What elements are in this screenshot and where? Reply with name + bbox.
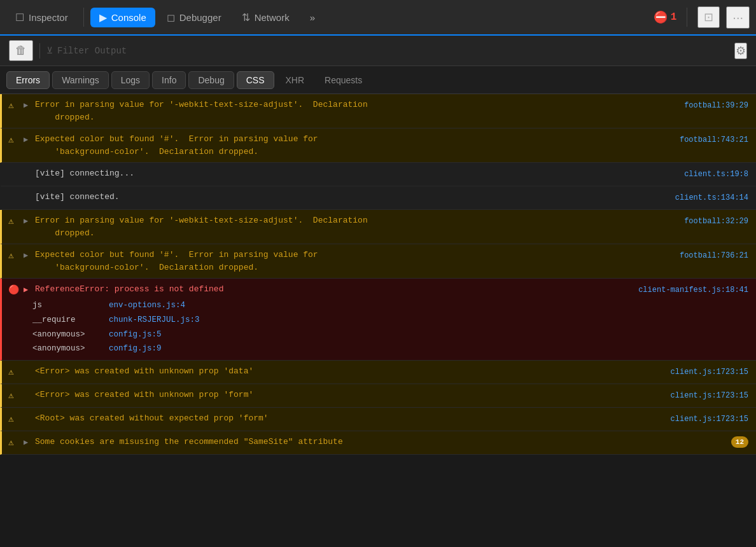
row-content-6: Expected color but found '#'. Error in p… xyxy=(35,249,673,274)
row-source-5[interactable]: football:32:29 xyxy=(684,216,748,227)
row-content-11: Some cookies are misusing the recommende… xyxy=(35,436,748,448)
row-text-1: Error in parsing value for '-webkit-text… xyxy=(35,100,368,122)
error-count-badge: ⛔ 1 xyxy=(654,10,677,24)
filter-input[interactable] xyxy=(57,46,728,56)
no-arrow-8: · xyxy=(24,366,32,378)
clear-console-button[interactable]: 🗑 xyxy=(9,40,33,61)
expand-arrow-6[interactable]: ▶ xyxy=(24,250,32,261)
trash-icon: 🗑 xyxy=(15,44,27,57)
console-row-1: ⚠ ▶ Error in parsing value for '-webkit-… xyxy=(0,94,756,128)
row-text-2: Expected color but found '#'. Error in p… xyxy=(35,134,318,156)
no-arrow-10: · xyxy=(24,413,32,425)
row-source-1[interactable]: football:39:29 xyxy=(684,100,748,111)
warning-icon-11: ⚠ xyxy=(8,436,21,450)
settings-icon: ⚙ xyxy=(736,45,746,57)
tab-warnings[interactable]: Warnings xyxy=(52,71,109,89)
row-content-10: <Root> was created without expected prop… xyxy=(35,412,664,425)
no-arrow-3: · xyxy=(24,169,32,180)
console-output: ⚠ ▶ Error in parsing value for '-webkit-… xyxy=(0,94,756,547)
row-source-8[interactable]: client.js:1723:15 xyxy=(671,366,748,378)
tab-debug[interactable]: Debug xyxy=(188,71,234,89)
network-icon: ⇅ xyxy=(242,11,250,24)
stack-file-1[interactable]: env-options.js:4 xyxy=(109,300,185,312)
console-row-4: · · [vite] connected. client.ts:134:14 xyxy=(0,186,756,210)
stack-file-3[interactable]: config.js:5 xyxy=(109,329,162,341)
row-source-10[interactable]: client.js:1723:15 xyxy=(671,413,748,425)
console-row-7: 🔴 ▶ ReferenceError: process is not defin… xyxy=(0,279,756,361)
debugger-button[interactable]: ◻ Debugger xyxy=(158,8,230,27)
toolbar: ☐ Inspector ▶ Console ◻ Debugger ⇅ Netwo… xyxy=(0,0,756,36)
console-row-5: ⚠ ▶ Error in parsing value for '-webkit-… xyxy=(0,210,756,244)
stack-row-3: <anonymous> config.js:5 xyxy=(32,328,748,342)
console-row-11: ⚠ ▶ Some cookies are misusing the recomm… xyxy=(0,431,756,455)
filter-bar: 🗑 ⊻ ⚙ xyxy=(0,36,756,66)
tab-xhr[interactable]: XHR xyxy=(277,72,314,88)
expand-arrow-11[interactable]: ▶ xyxy=(24,437,32,448)
stack-fn-3: <anonymous> xyxy=(32,329,102,341)
row-content-9: <Error> was created with unknown prop 'f… xyxy=(35,389,664,401)
row-source-7[interactable]: client-manifest.js:18:41 xyxy=(638,284,748,296)
row-content-2: Expected color but found '#'. Error in p… xyxy=(35,133,673,158)
row-source-4[interactable]: client.ts:134:14 xyxy=(675,192,748,204)
stack-file-4[interactable]: config.js:9 xyxy=(109,343,162,355)
row-content-8: <Error> was created with unknown prop 'd… xyxy=(35,365,664,378)
stack-fn-2: __require xyxy=(32,314,102,326)
console-row-6: ⚠ ▶ Expected color but found '#'. Error … xyxy=(0,244,756,279)
stack-file-2[interactable]: chunk-RSJERJUL.js:3 xyxy=(109,314,200,326)
tab-css[interactable]: CSS xyxy=(237,71,274,89)
expand-arrow-1[interactable]: ▶ xyxy=(24,100,32,111)
row-text-4: [vite] connected. xyxy=(35,192,120,202)
cookie-count-badge: 12 xyxy=(731,436,748,448)
row-text-10: <Root> was created without expected prop… xyxy=(35,413,269,423)
row-content-1: Error in parsing value for '-webkit-text… xyxy=(35,99,678,123)
stack-fn-1: js xyxy=(32,300,102,312)
tab-info[interactable]: Info xyxy=(152,71,186,89)
stack-fn-4: <anonymous> xyxy=(32,343,102,355)
no-arrow-9: · xyxy=(24,390,32,401)
inspector-button[interactable]: ☐ Inspector xyxy=(6,8,77,27)
console-row-8: ⚠ · <Error> was created with unknown pro… xyxy=(0,361,756,384)
console-settings-button[interactable]: ⚙ xyxy=(734,43,747,59)
row-source-9[interactable]: client.js:1723:15 xyxy=(671,390,748,401)
info-icon-4: · xyxy=(8,191,21,205)
row-source-6[interactable]: football:736:21 xyxy=(680,250,748,261)
inspector-label: Inspector xyxy=(29,12,68,23)
overflow-icon: ··· xyxy=(732,10,743,24)
console-row-9: ⚠ · <Error> was created with unknown pro… xyxy=(0,384,756,408)
console-icon: ▶ xyxy=(99,11,107,24)
row-text-3: [vite] connecting... xyxy=(35,169,134,178)
warning-icon-8: ⚠ xyxy=(8,366,21,379)
warning-icon-9: ⚠ xyxy=(8,389,21,403)
console-row-3: · · [vite] connecting... client.ts:19:8 xyxy=(0,163,756,186)
row-text-6: Expected color but found '#'. Error in p… xyxy=(35,250,318,272)
console-button[interactable]: ▶ Console xyxy=(90,8,155,27)
expand-arrow-5[interactable]: ▶ xyxy=(24,216,32,227)
expand-arrow-7[interactable]: ▶ xyxy=(24,284,32,296)
row-source-2[interactable]: football:743:21 xyxy=(680,134,748,146)
responsive-icon: ⊡ xyxy=(704,11,713,24)
responsive-button[interactable]: ⊡ xyxy=(697,6,720,28)
warning-icon-5: ⚠ xyxy=(8,215,21,228)
filter-icon: ⊻ xyxy=(46,45,53,56)
inspector-icon: ☐ xyxy=(15,11,24,24)
more-tools-button[interactable]: » xyxy=(301,8,324,27)
expand-arrow-2[interactable]: ▶ xyxy=(24,134,32,146)
console-row-2: ⚠ ▶ Expected color but found '#'. Error … xyxy=(0,128,756,163)
filter-separator xyxy=(39,43,40,59)
stack-row-2: __require chunk-RSJERJUL.js:3 xyxy=(32,313,748,328)
error-count: 1 xyxy=(671,11,677,23)
overflow-menu-button[interactable]: ··· xyxy=(726,6,750,29)
tab-requests[interactable]: Requests xyxy=(316,72,371,88)
no-arrow-4: · xyxy=(24,192,32,204)
error-row-header: 🔴 ▶ ReferenceError: process is not defin… xyxy=(8,283,748,297)
stack-trace-7: js env-options.js:4 __require chunk-RSJE… xyxy=(8,298,748,356)
network-button[interactable]: ⇅ Network xyxy=(233,8,298,27)
toolbar-right: ⛔ 1 ⊡ ··· xyxy=(654,6,750,29)
toolbar-separator-2 xyxy=(687,8,687,27)
tab-logs[interactable]: Logs xyxy=(111,71,150,89)
warning-icon-6: ⚠ xyxy=(8,249,21,263)
tab-errors[interactable]: Errors xyxy=(6,71,50,89)
row-source-3[interactable]: client.ts:19:8 xyxy=(684,169,748,180)
error-icon-7: 🔴 xyxy=(8,284,21,297)
network-label: Network xyxy=(255,12,290,23)
